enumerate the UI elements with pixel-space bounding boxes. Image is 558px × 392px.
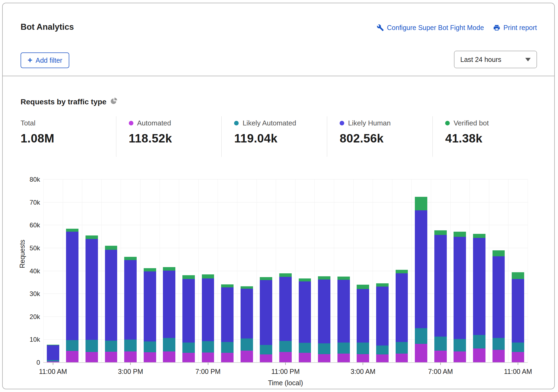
bar-segment-automated: [124, 351, 137, 363]
bar-slot: [82, 180, 101, 363]
stacked-bar: [415, 197, 427, 363]
bar-segment-likely-automated: [415, 328, 427, 344]
x-tick-label: 11:00 AM: [39, 368, 67, 376]
bar-segment-automated: [182, 353, 195, 363]
bar-segment-verified-bot: [260, 277, 272, 280]
page-title: Bot Analytics: [21, 22, 74, 32]
bar-segment-verified-bot: [66, 229, 78, 232]
stacked-bar: [454, 232, 466, 363]
header-actions: Configure Super Bot Fight Mode Print rep…: [377, 24, 537, 32]
bar-segment-automated: [241, 351, 253, 363]
bar-segment-verified-bot: [86, 235, 98, 239]
bar-segment-automated: [396, 354, 408, 363]
y-tick-label: 80k: [8, 176, 40, 183]
bar-segment-likely-human: [182, 279, 195, 342]
x-axis-title: Time (local): [43, 379, 528, 387]
bar-segment-verified-bot: [357, 285, 369, 289]
stacked-bar: [241, 286, 253, 363]
stacked-bar: [396, 270, 408, 363]
y-axis-title: Requests: [18, 240, 26, 268]
print-report-link[interactable]: Print report: [493, 24, 537, 32]
bar-segment-verified-bot: [337, 277, 350, 280]
section-title: Requests by traffic type: [21, 98, 106, 106]
stat-likely-automated-label: Likely Automated: [242, 119, 296, 127]
bar-segment-likely-human: [376, 287, 389, 345]
bar-segment-likely-automated: [144, 341, 156, 352]
bar-slot: [450, 180, 470, 363]
bot-analytics-card: Bot Analytics Configure Super Bot Fight …: [2, 3, 555, 389]
y-tick-label: 30k: [8, 290, 40, 298]
bar-segment-automated: [473, 348, 485, 363]
bar-segment-likely-automated: [512, 343, 524, 352]
bar-segment-likely-human: [241, 289, 253, 338]
stat-automated-value: 118.52k: [129, 132, 222, 145]
x-tick-label: 11:00 PM: [271, 368, 300, 376]
stat-likely-automated-value: 119.04k: [234, 132, 327, 145]
bar-slot: [353, 180, 373, 363]
bar-segment-verified-bot: [434, 230, 447, 235]
bar-segment-automated: [357, 354, 369, 363]
bar-slot: [411, 180, 431, 363]
add-filter-label: Add filter: [36, 57, 63, 64]
bar-slot: [373, 180, 392, 363]
x-tick-label: 3:00 PM: [118, 368, 143, 376]
stat-automated-label: Automated: [137, 119, 171, 127]
bar-segment-automated: [163, 351, 175, 363]
printer-icon: [493, 24, 500, 31]
stacked-bar: [163, 267, 175, 363]
stat-likely-automated[interactable]: Likely Automated 119.04k: [221, 116, 327, 157]
bar-segment-likely-human: [279, 277, 292, 341]
bar-segment-automated: [66, 351, 78, 363]
bar-segment-automated: [279, 352, 292, 363]
stat-likely-human-value: 802.56k: [340, 132, 432, 145]
time-range-dropdown[interactable]: Last 24 hours: [454, 51, 537, 68]
bar-segment-automated: [105, 352, 117, 363]
bar-segment-automated: [415, 344, 427, 363]
configure-super-bot-fight-mode-link[interactable]: Configure Super Bot Fight Mode: [377, 24, 484, 32]
bar-segment-likely-human: [357, 289, 369, 343]
stacked-bar: [434, 230, 447, 363]
stacked-bar: [182, 275, 195, 363]
stacked-bar: [260, 277, 272, 363]
bar-slot: [43, 180, 63, 363]
bar-segment-likely-automated: [493, 338, 505, 350]
stacked-bar: [221, 284, 234, 363]
likely-automated-dot-icon: [234, 121, 239, 125]
x-tick-mark: [53, 363, 53, 365]
bar-segment-likely-human: [86, 239, 98, 340]
bar-segment-verified-bot: [299, 278, 311, 281]
stacked-bar: [124, 257, 137, 363]
bar-slot: [63, 180, 82, 363]
add-filter-button[interactable]: + Add filter: [21, 52, 69, 68]
stacked-bar: [493, 250, 505, 363]
bar-slot: [508, 180, 528, 363]
bar-segment-verified-bot: [512, 272, 524, 279]
verified-bot-dot-icon: [445, 121, 450, 125]
stacked-bar: [512, 272, 524, 363]
stacked-bar: [357, 285, 369, 363]
bar-segment-likely-automated: [396, 342, 408, 354]
stacked-bar: [66, 229, 78, 363]
plus-icon: +: [28, 56, 32, 64]
bar-segment-likely-automated: [473, 335, 485, 349]
bar-segment-verified-bot: [105, 246, 117, 250]
y-tick-label: 70k: [8, 199, 40, 206]
bar-segment-verified-bot: [221, 284, 234, 288]
x-tick-mark: [208, 363, 208, 365]
stacked-bar: [144, 268, 156, 363]
bar-segment-likely-human: [337, 280, 350, 343]
bar-segment-likely-automated: [124, 340, 137, 351]
bar-segment-verified-bot: [163, 267, 175, 271]
x-tick-mark: [130, 363, 131, 365]
vertical-gridline: [528, 180, 528, 363]
bar-segment-likely-human: [299, 281, 311, 343]
bar-slot: [121, 180, 140, 363]
stat-verified-bot[interactable]: Verified bot 41.38k: [432, 116, 538, 157]
bar-segment-likely-automated: [241, 338, 253, 351]
bar-segment-likely-human: [66, 232, 78, 340]
stat-likely-human[interactable]: Likely Human 802.56k: [327, 116, 432, 157]
requests-bar-chart: 11:00 AM3:00 PM7:00 PM11:00 PM3:00 AM7:0…: [43, 180, 528, 363]
bar-segment-likely-automated: [105, 341, 117, 352]
stat-automated[interactable]: Automated 118.52k: [116, 116, 222, 157]
bar-slot: [314, 180, 334, 363]
